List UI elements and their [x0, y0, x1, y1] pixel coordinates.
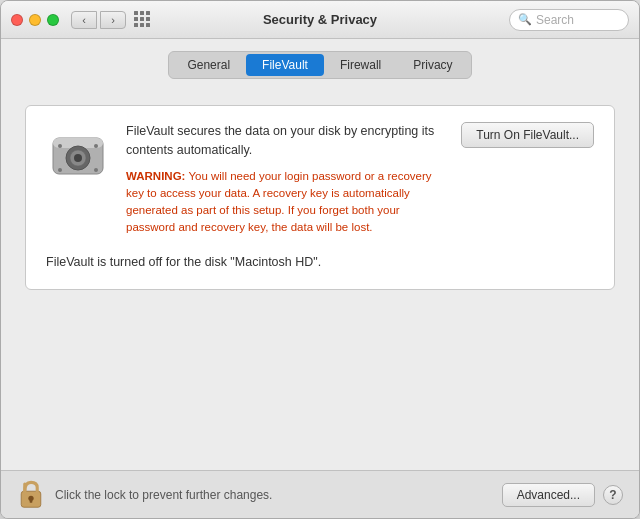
svg-rect-11 [30, 498, 33, 502]
warning-label: WARNING: [126, 170, 185, 182]
svg-point-5 [58, 144, 62, 148]
advanced-button[interactable]: Advanced... [502, 483, 595, 507]
grid-dot [146, 17, 150, 21]
grid-dot [140, 23, 144, 27]
svg-point-4 [74, 154, 82, 162]
bottom-bar: Click the lock to prevent further change… [1, 470, 639, 518]
main-window: ‹ › Security & Privacy 🔍 Search General … [0, 0, 640, 519]
tab-general[interactable]: General [171, 54, 246, 76]
tab-filevault[interactable]: FileVault [246, 54, 324, 76]
back-button[interactable]: ‹ [71, 11, 97, 29]
search-box[interactable]: 🔍 Search [509, 9, 629, 31]
status-row: FileVault is turned off for the disk "Ma… [46, 247, 594, 273]
filevault-icon [46, 122, 110, 186]
grid-dot [134, 17, 138, 21]
svg-point-7 [58, 168, 62, 172]
warning-text: WARNING: You will need your login passwo… [126, 168, 445, 237]
content-area: FileVault secures the data on your disk … [1, 89, 639, 470]
tabs-container: General FileVault Firewall Privacy [1, 39, 639, 89]
grid-dot [140, 17, 144, 21]
help-button[interactable]: ? [603, 485, 623, 505]
top-row: FileVault secures the data on your disk … [46, 122, 594, 237]
filevault-status-text: FileVault is turned off for the disk "Ma… [46, 255, 594, 269]
search-placeholder: Search [536, 13, 574, 27]
grid-dot [140, 11, 144, 15]
lock-icon[interactable] [17, 477, 45, 513]
description-text: FileVault secures the data on your disk … [126, 122, 445, 160]
nav-buttons: ‹ › [71, 11, 126, 29]
grid-dot [134, 23, 138, 27]
tab-group: General FileVault Firewall Privacy [168, 51, 471, 79]
app-grid-button[interactable] [134, 11, 152, 29]
content-box: FileVault secures the data on your disk … [25, 105, 615, 290]
tab-privacy[interactable]: Privacy [397, 54, 468, 76]
maximize-button[interactable] [47, 14, 59, 26]
svg-point-6 [94, 144, 98, 148]
turn-on-filevault-button[interactable]: Turn On FileVault... [461, 122, 594, 148]
titlebar: ‹ › Security & Privacy 🔍 Search [1, 1, 639, 39]
tab-firewall[interactable]: Firewall [324, 54, 397, 76]
close-button[interactable] [11, 14, 23, 26]
traffic-lights [11, 14, 59, 26]
grid-dot [146, 23, 150, 27]
search-icon: 🔍 [518, 13, 532, 26]
forward-button[interactable]: › [100, 11, 126, 29]
description-column: FileVault secures the data on your disk … [126, 122, 445, 237]
svg-point-8 [94, 168, 98, 172]
window-title: Security & Privacy [263, 12, 377, 27]
lock-label-text: Click the lock to prevent further change… [55, 488, 272, 502]
grid-dot [146, 11, 150, 15]
bottom-right: Advanced... ? [502, 483, 623, 507]
lock-container: Click the lock to prevent further change… [17, 477, 272, 513]
grid-dot [134, 11, 138, 15]
minimize-button[interactable] [29, 14, 41, 26]
